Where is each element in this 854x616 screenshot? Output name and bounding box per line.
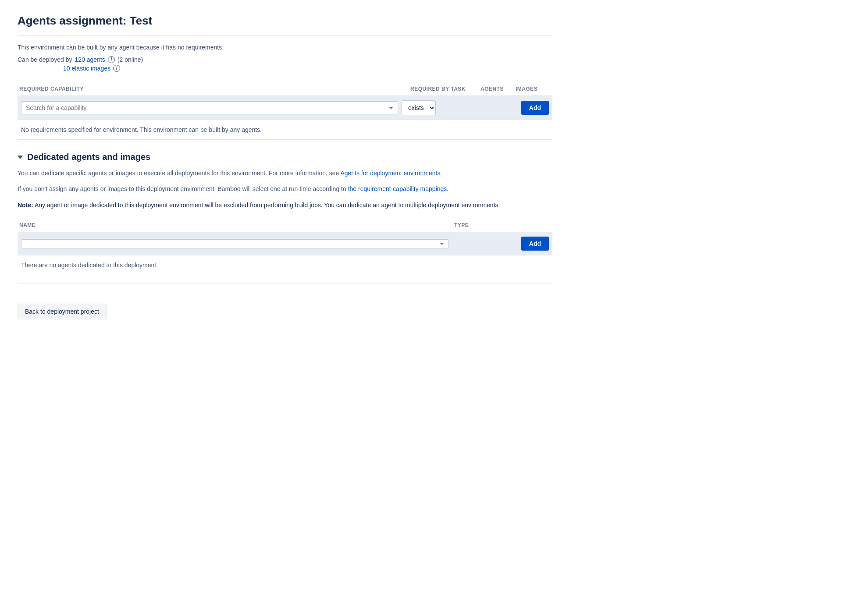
deploy-info-block: Can be deployed by 120 agents i (2 onlin… [18,56,552,72]
col-required-by-task: Required by task [410,86,480,92]
elastic-images-link[interactable]: 10 elastic images [63,65,110,72]
agents-count-link[interactable]: 120 agents [75,56,105,63]
col-agents: Agents [480,86,516,92]
capability-table-header: Required capability Required by task Age… [18,82,552,96]
add-capability-row: exists = != > < Add [18,96,552,120]
requirement-capability-link[interactable]: the requirement-capability mappings [348,185,447,192]
agents-online-text: (2 online) [117,56,143,63]
environment-info-text: This environment can be built by any age… [18,44,552,51]
dedicated-section-title: Dedicated agents and images [18,152,552,162]
agents-for-deployment-link[interactable]: Agents for deployment environments. [340,170,442,177]
page-title: Agents assignment: Test [18,14,552,28]
dedicated-collapse-icon[interactable] [18,156,23,159]
no-requirements-row: No requirements specified for environmen… [18,120,552,140]
dedicated-description-2: If you don't assign any agents or images… [18,184,552,194]
note-label: Note: [18,202,33,209]
dedicated-desc-1-prefix: You can dedicate specific agents or imag… [18,170,340,177]
agent-select-chevron-icon [440,243,444,245]
no-requirements-text: No requirements specified for environmen… [21,126,262,133]
title-divider [18,35,552,36]
agent-select-wrapper[interactable] [21,239,449,248]
dedicated-description-1: You can dedicate specific agents or imag… [18,168,552,178]
no-agents-row: There are no agents dedicated to this de… [18,255,552,275]
add-agent-row: Add [18,232,552,255]
elastic-info-icon[interactable]: i [113,65,120,72]
dedicated-desc-2-prefix: If you don't assign any agents or images… [18,185,348,192]
footer-divider [18,283,552,283]
add-capability-button[interactable]: Add [521,101,549,115]
col-type: Type [454,222,551,228]
agents-table-header: Name Type [18,219,552,232]
capability-search-chevron-icon [389,107,393,109]
note-block: Note: Any agent or image dedicated to th… [18,200,552,210]
back-to-deployment-button[interactable]: Back to deployment project [18,304,107,319]
add-agent-button[interactable]: Add [521,237,549,251]
col-name: Name [19,222,454,228]
capability-search-wrapper[interactable] [21,101,398,114]
exists-select[interactable]: exists = != > < [402,100,436,115]
no-agents-text: There are no agents dedicated to this de… [21,262,158,269]
agents-info-icon[interactable]: i [108,56,115,63]
deployed-by-label: Can be deployed by [18,56,72,63]
dedicated-section-label: Dedicated agents and images [27,152,150,162]
capability-search-input[interactable] [26,104,385,111]
col-images: Images [516,86,551,92]
note-text: Any agent or image dedicated to this dep… [33,202,500,209]
col-required-capability: Required capability [19,86,410,92]
dedicated-desc-2-suffix: . [447,185,448,192]
